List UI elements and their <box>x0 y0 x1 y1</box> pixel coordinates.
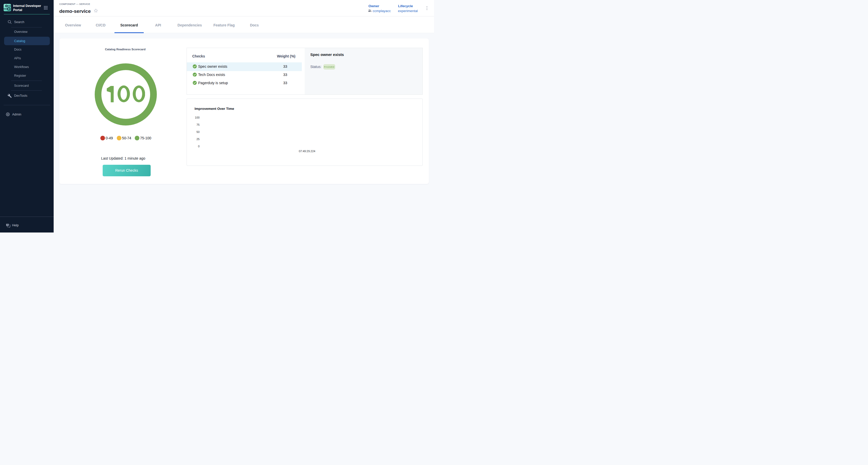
svg-text:?: ? <box>7 224 8 226</box>
